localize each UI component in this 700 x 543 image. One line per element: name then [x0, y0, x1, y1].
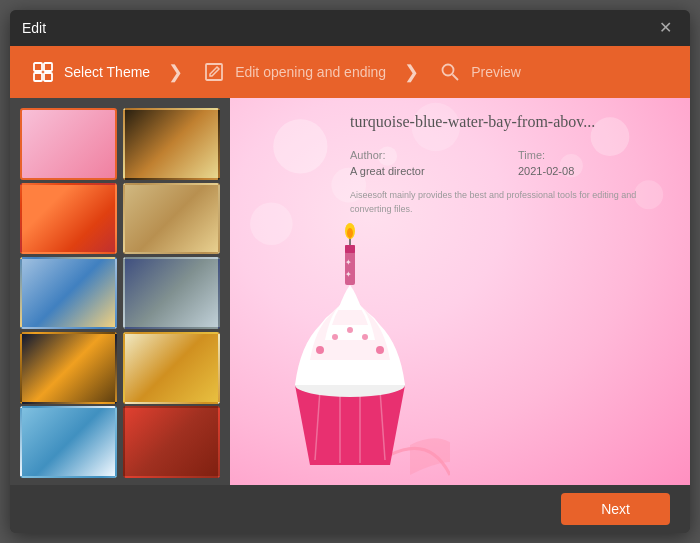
- theme-thumb-inner-2: [125, 110, 218, 178]
- theme-thumb-1[interactable]: [20, 108, 117, 180]
- svg-point-5: [443, 65, 454, 76]
- theme-thumb-4[interactable]: [123, 183, 220, 255]
- svg-rect-3: [44, 73, 52, 81]
- author-value: A great director: [350, 165, 502, 177]
- step2-label: Edit opening and ending: [235, 64, 386, 80]
- theme-thumb-5[interactable]: [20, 257, 117, 329]
- theme-thumb-6[interactable]: [123, 257, 220, 329]
- step1-container[interactable]: Select Theme: [30, 59, 150, 85]
- grid-icon: [30, 59, 56, 85]
- svg-line-6: [453, 75, 459, 81]
- author-label: Author:: [350, 149, 502, 161]
- footer: Next: [10, 485, 690, 533]
- theme-thumb-inner-4: [125, 185, 218, 253]
- svg-text:✦: ✦: [345, 258, 352, 267]
- svg-point-27: [316, 346, 324, 354]
- step1-label: Select Theme: [64, 64, 150, 80]
- preview-title: turquoise-blue-water-bay-from-abov...: [350, 113, 670, 131]
- next-button[interactable]: Next: [561, 493, 670, 525]
- time-value: 2021-02-08: [518, 165, 670, 177]
- step2-container[interactable]: Edit opening and ending: [201, 59, 386, 85]
- preview-description: Aiseesoft mainly provides the best and p…: [350, 189, 650, 216]
- theme-thumb-inner-7: [22, 334, 115, 402]
- theme-thumb-inner-1: [22, 110, 115, 178]
- theme-thumb-inner-3: [22, 185, 115, 253]
- theme-thumb-inner-5: [22, 259, 115, 327]
- svg-point-29: [362, 334, 368, 340]
- toolbar: Select Theme ❯ Edit opening and ending ❯…: [10, 46, 690, 98]
- theme-thumb-9[interactable]: [20, 406, 117, 478]
- preview-meta: Author: Time: A great director 2021-02-0…: [350, 149, 670, 177]
- arrow2: ❯: [404, 61, 419, 83]
- window-title: Edit: [22, 20, 46, 36]
- theme-thumb-inner-9: [22, 408, 115, 476]
- svg-point-24: [347, 228, 353, 238]
- theme-thumb-inner-8: [125, 334, 218, 402]
- theme-thumb-8[interactable]: [123, 332, 220, 404]
- theme-sidebar: [10, 98, 230, 485]
- edit-icon: [201, 59, 227, 85]
- edit-window: Edit ✕ Select Theme ❯ E: [10, 10, 690, 533]
- theme-thumb-3[interactable]: [20, 183, 117, 255]
- main-content: ✦ ✦ turquoise-blue-water-bay-from-abov..…: [10, 98, 690, 485]
- theme-thumb-7[interactable]: [20, 332, 117, 404]
- svg-point-30: [376, 346, 384, 354]
- svg-point-28: [332, 334, 338, 340]
- svg-point-31: [347, 327, 353, 333]
- time-label: Time:: [518, 149, 670, 161]
- arrow1: ❯: [168, 61, 183, 83]
- svg-rect-4: [206, 64, 222, 80]
- title-bar: Edit ✕: [10, 10, 690, 46]
- preview-text-overlay: turquoise-blue-water-bay-from-abov... Au…: [350, 113, 670, 216]
- theme-thumb-2[interactable]: [123, 108, 220, 180]
- svg-rect-2: [34, 73, 42, 81]
- step3-container[interactable]: Preview: [437, 59, 521, 85]
- svg-rect-1: [44, 63, 52, 71]
- svg-rect-21: [345, 245, 355, 253]
- svg-text:✦: ✦: [345, 270, 352, 279]
- search-icon: [437, 59, 463, 85]
- step3-label: Preview: [471, 64, 521, 80]
- theme-thumb-inner-10: [125, 408, 218, 476]
- theme-thumb-10[interactable]: [123, 406, 220, 478]
- close-button[interactable]: ✕: [653, 18, 678, 38]
- theme-thumb-inner-6: [125, 259, 218, 327]
- svg-rect-0: [34, 63, 42, 71]
- preview-area: ✦ ✦ turquoise-blue-water-bay-from-abov..…: [230, 98, 690, 485]
